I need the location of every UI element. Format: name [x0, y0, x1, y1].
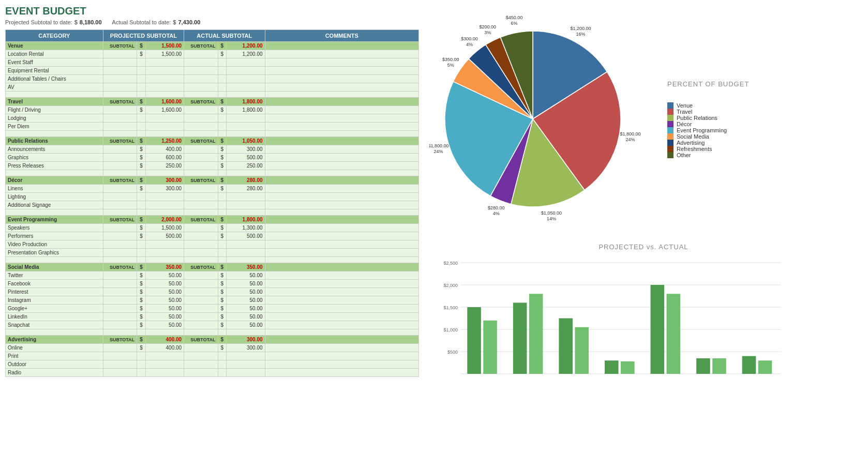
- proj-row-amount: 50.00: [145, 305, 184, 313]
- row-comments: [265, 170, 418, 176]
- row-comments: [265, 92, 418, 98]
- actual-subtitle: Actual Subtotal to date: $ 7,430.00: [112, 19, 201, 25]
- projected-bar: [605, 360, 619, 374]
- act-row-label: [184, 369, 218, 377]
- act-subtotal-label: SUBTOTAL: [184, 98, 218, 106]
- proj-row-amount: [145, 67, 184, 75]
- act-subtotal-label: SUBTOTAL: [184, 216, 218, 224]
- proj-row-dollar: [137, 114, 146, 123]
- act-row-label: [184, 185, 218, 193]
- proj-row-dollar: [137, 257, 146, 263]
- table-row: [6, 92, 419, 98]
- proj-row-label: [103, 240, 137, 249]
- proj-row-amount: 600.00: [145, 154, 184, 162]
- row-comments: [265, 329, 418, 336]
- category-row: Travel SUBTOTAL $ 1,600.00 SUBTOTAL $ 1,…: [6, 98, 419, 106]
- pie-label-amount: $1,800.00: [429, 143, 448, 148]
- proj-row-label: [103, 271, 137, 280]
- proj-subtotal-amount: 350.00: [145, 263, 184, 271]
- proj-row-amount: 1,600.00: [145, 106, 184, 114]
- proj-row-amount: 250.00: [145, 162, 184, 170]
- item-name: Flight / Driving: [6, 106, 103, 114]
- proj-subtotal-label: SUBTOTAL: [103, 98, 137, 106]
- act-row-dollar: $: [218, 162, 227, 170]
- act-row-amount: [227, 201, 265, 209]
- proj-row-dollar: $: [137, 344, 146, 352]
- pie-chart-svg: $1,200.0016%$1,800.0024%$1,050.0014%$280…: [429, 10, 647, 228]
- legend-label: Advertising: [677, 140, 705, 146]
- act-row-dollar: [218, 193, 227, 201]
- act-subtotal-amount: 1,050.00: [227, 137, 265, 145]
- row-comments: [265, 257, 418, 263]
- row-comments: [265, 305, 418, 313]
- act-row-amount: 50.00: [227, 296, 265, 305]
- act-row-amount: 250.00: [227, 162, 265, 170]
- legend-label: Other: [677, 152, 691, 158]
- item-name: Additional Tables / Chairs: [6, 75, 103, 83]
- row-comments: [265, 313, 418, 321]
- pie-label-pct: 4%: [493, 211, 500, 216]
- y-axis-label: $2,500: [443, 261, 458, 266]
- act-row-label: [184, 271, 218, 280]
- proj-subtotal-label: SUBTOTAL: [103, 216, 137, 224]
- act-subtotal-amount: 280.00: [227, 176, 265, 185]
- row-comments: [265, 280, 418, 288]
- act-row-amount: 50.00: [227, 313, 265, 321]
- projected-bar: [696, 358, 710, 374]
- act-row-dollar: [218, 75, 227, 83]
- category-name: Public Relations: [6, 137, 103, 145]
- proj-row-dollar: [137, 170, 146, 176]
- legend-item: Public Relations: [667, 115, 749, 121]
- proj-row-label: [103, 344, 137, 352]
- item-name: Announcements: [6, 145, 103, 154]
- act-row-dollar: $: [218, 296, 227, 305]
- proj-row-label: [103, 92, 137, 98]
- table-row: Additional Signage: [6, 201, 419, 209]
- act-subtotal-label: SUBTOTAL: [184, 336, 218, 344]
- table-row: Pinterest $ 50.00 $ 50.00: [6, 288, 419, 296]
- item-name: Equipment Rental: [6, 67, 103, 75]
- proj-row-dollar: $: [137, 288, 146, 296]
- y-axis-label: $1,000: [443, 327, 458, 332]
- act-row-amount: [227, 83, 265, 92]
- act-row-amount: [227, 329, 265, 336]
- row-comments: [265, 360, 418, 369]
- proj-row-label: [103, 209, 137, 216]
- table-row: Press Releases $ 250.00 $ 250.00: [6, 162, 419, 170]
- proj-row-amount: 50.00: [145, 313, 184, 321]
- pie-label-amount: $450.00: [506, 15, 523, 20]
- proj-row-dollar: [137, 360, 146, 369]
- legend-item: Event Programming: [667, 127, 749, 133]
- table-row: [6, 329, 419, 336]
- projected-bar: [559, 319, 573, 374]
- act-row-dollar: [218, 170, 227, 176]
- legend-label: Public Relations: [677, 115, 717, 121]
- act-row-amount: 50.00: [227, 288, 265, 296]
- act-row-label: [184, 154, 218, 162]
- act-row-dollar: [218, 240, 227, 249]
- row-comments: [265, 123, 418, 131]
- act-row-dollar: $: [218, 344, 227, 352]
- act-row-amount: 1,300.00: [227, 224, 265, 232]
- table-row: Lodging: [6, 114, 419, 123]
- item-name: Pinterest: [6, 288, 103, 296]
- item-name: Print: [6, 352, 103, 360]
- act-row-dollar: [218, 131, 227, 137]
- row-comments: [265, 193, 418, 201]
- table-row: LinkedIn $ 50.00 $ 50.00: [6, 313, 419, 321]
- pie-label-pct: 24%: [433, 149, 443, 154]
- act-row-amount: [227, 75, 265, 83]
- act-row-amount: [227, 92, 265, 98]
- legend-color-box: [667, 146, 674, 152]
- table-row: Graphics $ 600.00 $ 500.00: [6, 154, 419, 162]
- proj-row-amount: 50.00: [145, 321, 184, 329]
- budget-table: CATEGORY PROJECTED SUBTOTAL ACTUAL SUBTO…: [5, 29, 419, 377]
- act-row-label: [184, 67, 218, 75]
- table-row: Additional Tables / Chairs: [6, 75, 419, 83]
- row-comments: [265, 232, 418, 240]
- row-comments: [265, 240, 418, 249]
- row-comments: [265, 352, 418, 360]
- proj-row-dollar: [137, 83, 146, 92]
- act-row-amount: [227, 114, 265, 123]
- proj-row-dollar: [137, 201, 146, 209]
